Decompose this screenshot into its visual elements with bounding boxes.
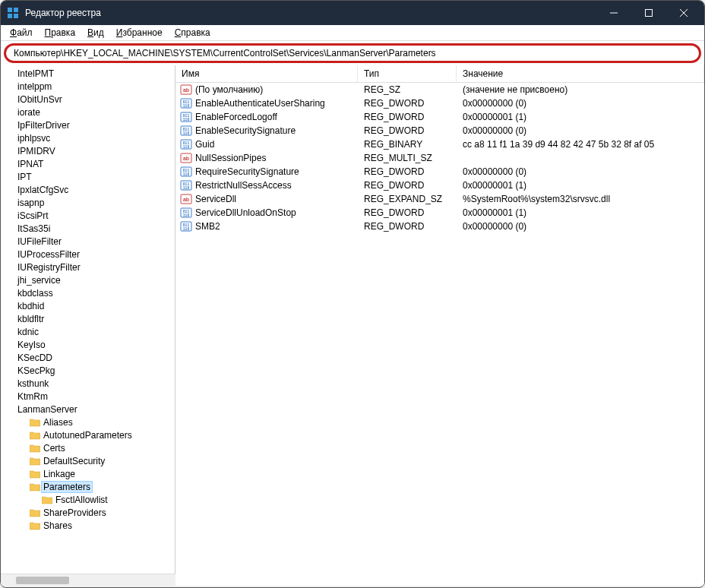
- tree-item[interactable]: Aliases: [1, 416, 175, 428]
- list-pane[interactable]: Имя Тип Значение ab(По умолчанию)REG_SZ(…: [175, 65, 704, 574]
- menu-view[interactable]: Вид: [81, 26, 110, 40]
- tree-item[interactable]: Shares: [1, 519, 175, 532]
- list-row[interactable]: 011110RequireSecuritySignatureREG_DWORD0…: [175, 165, 704, 179]
- tree-item[interactable]: DefaultSecurity: [1, 454, 175, 467]
- tree-item[interactable]: KtmRm: [1, 390, 175, 403]
- tree-item[interactable]: IPMIDRV: [1, 144, 175, 157]
- tree-item[interactable]: iScsiPrt: [1, 209, 175, 222]
- menu-file[interactable]: Файл: [4, 26, 39, 40]
- list-row[interactable]: 011110EnableSecuritySignatureREG_DWORD0x…: [175, 124, 704, 138]
- main-content: IntelPMTintelppmIObitUnSvriorateIpFilter…: [1, 65, 704, 574]
- tree-item[interactable]: iorate: [1, 106, 175, 119]
- tree-item[interactable]: FsctlAllowlist: [1, 493, 175, 506]
- column-name[interactable]: Имя: [175, 65, 358, 82]
- list-row[interactable]: 011110RestrictNullSessAccessREG_DWORD0x0…: [175, 179, 704, 192]
- value-name: (По умолчанию): [195, 84, 263, 95]
- tree-item[interactable]: IPNAT: [1, 157, 175, 170]
- tree-item-label: IObitUnSvr: [17, 94, 62, 105]
- close-button[interactable]: [666, 1, 701, 25]
- list-header: Имя Тип Значение: [175, 65, 704, 83]
- list-row[interactable]: ab(По умолчанию)REG_SZ(значение не присв…: [175, 83, 704, 96]
- menu-edit[interactable]: Правка: [39, 26, 82, 40]
- svg-rect-2: [8, 14, 12, 18]
- tree-item[interactable]: intelppm: [1, 80, 175, 93]
- value-name-cell: 011110EnableSecuritySignature: [175, 125, 358, 137]
- tree-item[interactable]: isapnp: [1, 196, 175, 209]
- tree-item-label: kbldfltr: [17, 314, 44, 324]
- tree-item[interactable]: IpxlatCfgSvc: [1, 183, 175, 196]
- value-type: REG_BINARY: [358, 139, 457, 150]
- tree-item[interactable]: KeyIso: [1, 338, 175, 351]
- hscroll-thumb[interactable]: [16, 577, 69, 584]
- tree-item[interactable]: Parameters: [1, 480, 175, 493]
- tree-item[interactable]: KSecDD: [1, 351, 175, 364]
- tree-item-label: isapnp: [17, 198, 44, 208]
- list-row[interactable]: abNullSessionPipesREG_MULTI_SZ: [175, 151, 704, 165]
- value-type: REG_DWORD: [358, 112, 457, 122]
- tree-pane[interactable]: IntelPMTintelppmIObitUnSvriorateIpFilter…: [1, 65, 175, 574]
- tree-item[interactable]: Certs: [1, 441, 175, 454]
- folder-icon: [30, 418, 40, 427]
- window-controls: [596, 1, 701, 25]
- list-row[interactable]: 011110SMB2REG_DWORD0x00000000 (0): [175, 220, 704, 233]
- svg-rect-5: [646, 10, 653, 17]
- column-value[interactable]: Значение: [457, 65, 704, 82]
- list-row[interactable]: 011110GuidREG_BINARYcc a8 11 f1 1a 39 d9…: [175, 138, 704, 151]
- tree-item[interactable]: ksthunk: [1, 377, 175, 390]
- tree-item-label: jhi_service: [17, 275, 61, 286]
- value-name: RequireSecuritySignature: [195, 166, 299, 177]
- tree-item[interactable]: IURegistryFilter: [1, 261, 175, 273]
- folder-icon: [30, 482, 40, 492]
- tree-item-label: LanmanServer: [17, 404, 77, 415]
- value-type: REG_DWORD: [358, 180, 457, 191]
- tree-item[interactable]: IntelPMT: [1, 67, 175, 80]
- folder-icon: [30, 457, 40, 466]
- binary-icon: 011110: [180, 138, 192, 150]
- tree-item[interactable]: kbldfltr: [1, 312, 175, 325]
- string-icon: ab: [180, 193, 192, 205]
- menu-help[interactable]: Справка: [169, 26, 217, 40]
- binary-icon: 011110: [180, 207, 192, 219]
- column-type[interactable]: Тип: [358, 65, 457, 82]
- tree-item-label: KSecPkg: [17, 365, 55, 376]
- svg-text:110: 110: [183, 103, 190, 108]
- tree-item[interactable]: AutotunedParameters: [1, 428, 175, 441]
- tree-item-label: IUProcessFilter: [17, 249, 80, 260]
- value-name: Guid: [195, 139, 214, 150]
- tree-item[interactable]: KSecPkg: [1, 364, 175, 377]
- address-bar[interactable]: Компьютер\HKEY_LOCAL_MACHINE\SYSTEM\Curr…: [4, 43, 701, 63]
- tree-item[interactable]: kbdhid: [1, 299, 175, 312]
- tree-item[interactable]: IUProcessFilter: [1, 248, 175, 261]
- tree-item[interactable]: IObitUnSvr: [1, 93, 175, 106]
- binary-icon: 011110: [180, 220, 192, 232]
- tree-item[interactable]: kdnic: [1, 325, 175, 338]
- tree-hscroll[interactable]: [1, 574, 175, 586]
- value-name: RestrictNullSessAccess: [195, 180, 292, 191]
- tree-item[interactable]: ItSas35i: [1, 222, 175, 235]
- binary-icon: 011110: [180, 179, 192, 191]
- svg-rect-1: [14, 8, 18, 12]
- tree-item[interactable]: ShareProviders: [1, 506, 175, 519]
- list-row[interactable]: 011110ServiceDllUnloadOnStopREG_DWORD0x0…: [175, 206, 704, 220]
- tree-item-label: IUFileFilter: [17, 236, 62, 247]
- list-row[interactable]: abServiceDllREG_EXPAND_SZ%SystemRoot%\sy…: [175, 192, 704, 206]
- tree-item[interactable]: IUFileFilter: [1, 235, 175, 248]
- tree-item[interactable]: IpFilterDriver: [1, 119, 175, 131]
- binary-icon: 011110: [180, 97, 192, 109]
- tree-item[interactable]: iphlpsvc: [1, 131, 175, 144]
- tree-item[interactable]: LanmanServer: [1, 403, 175, 416]
- svg-text:ab: ab: [183, 156, 189, 161]
- tree-item[interactable]: IPT: [1, 170, 175, 183]
- list-row[interactable]: 011110EnableForcedLogoffREG_DWORD0x00000…: [175, 110, 704, 124]
- tree-item[interactable]: Linkage: [1, 467, 175, 480]
- minimize-button[interactable]: [596, 1, 631, 25]
- tree-item[interactable]: kbdclass: [1, 286, 175, 299]
- tree-item[interactable]: jhi_service: [1, 273, 175, 286]
- list-row[interactable]: 011110EnableAuthenticateUserSharingREG_D…: [175, 96, 704, 110]
- tree-item-label: kdnic: [17, 327, 39, 337]
- value-data: cc a8 11 f1 1a 39 d9 44 82 42 47 5b 32 8…: [457, 139, 704, 150]
- value-name-cell: 011110RequireSecuritySignature: [175, 166, 358, 178]
- menu-favorites[interactable]: Избранное: [110, 26, 169, 40]
- value-type: REG_DWORD: [358, 166, 457, 177]
- maximize-button[interactable]: [631, 1, 666, 25]
